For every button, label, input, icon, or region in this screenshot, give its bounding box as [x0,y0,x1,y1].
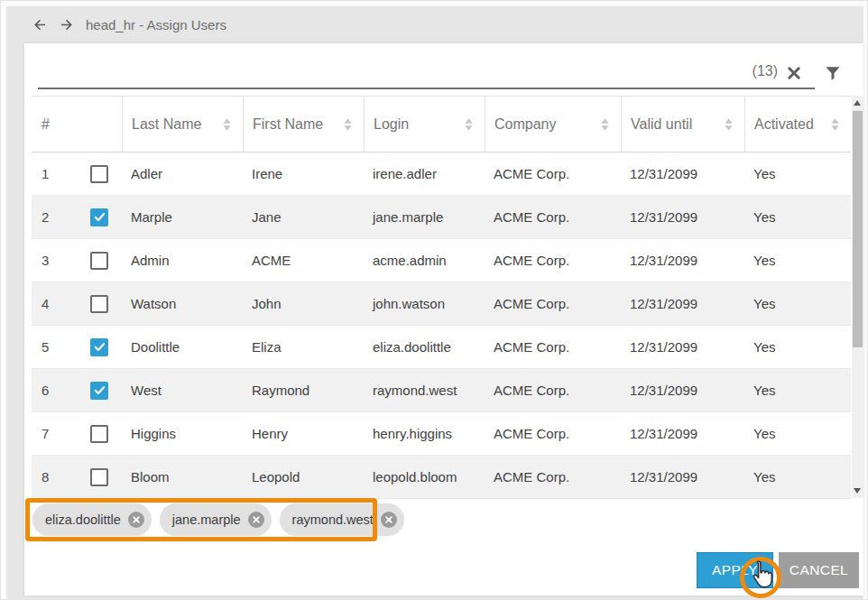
cell-last-name: Adler [122,152,243,195]
column-header-first-name[interactable]: First Name [243,97,364,152]
apply-button[interactable]: APPLY [697,552,773,588]
column-label: Valid until [631,116,692,133]
sort-icon [725,118,733,131]
cell-company: ACME Corp. [485,456,621,498]
cell-activated: Yes [744,456,851,498]
table-header-row: #Last NameFirst NameLoginCompanyValid un… [32,96,851,152]
cell-last-name: Bloom [122,456,243,498]
cell-login: leopold.bloom [364,456,485,498]
cell-row-number: 4 [32,282,122,325]
cell-last-name: Admin [122,239,243,282]
row-checkbox[interactable] [90,165,108,183]
cell-last-name: Higgins [122,412,243,455]
cell-first-name: Eliza [243,326,364,368]
cell-activated: Yes [744,369,851,411]
filter-input[interactable] [38,54,815,89]
cell-row-number: 3 [32,239,122,282]
chip-remove-button[interactable] [248,512,264,528]
column-header-activated[interactable]: Activated [744,97,851,152]
table-row: 6WestRaymondraymond.westACME Corp.12/31/… [32,369,851,412]
cell-company: ACME Corp. [485,282,621,325]
row-number: 7 [42,426,90,441]
cell-row-number: 1 [32,152,122,195]
cell-valid-until: 12/31/2099 [621,369,744,411]
row-checkbox[interactable] [90,468,108,486]
sort-icon [601,118,609,131]
row-checkbox[interactable] [90,252,108,270]
cell-company: ACME Corp. [485,326,621,368]
cell-row-number: 7 [32,412,122,455]
cell-row-number: 6 [32,369,122,411]
cell-row-number: 8 [32,456,122,498]
cell-login: raymond.west [364,369,485,411]
column-label: # [42,116,50,133]
table-row: 7HigginsHenryhenry.higginsACME Corp.12/3… [32,412,851,456]
screen: head_hr - Assign Users (13) #Last NameFi… [0,0,868,600]
row-checkbox[interactable] [90,338,108,356]
row-number: 2 [42,209,90,225]
cell-row-number: 2 [32,196,122,238]
column-header-last-name[interactable]: Last Name [122,97,243,152]
column-header-col: # [32,97,122,152]
cell-login: henry.higgins [364,412,485,455]
column-header-login[interactable]: Login [364,97,485,152]
chip-label: jane.marple [172,512,241,527]
row-number: 8 [42,469,90,485]
row-checkbox[interactable] [90,208,108,226]
selected-user-chip: eliza.doolittle [32,503,152,536]
scroll-down-arrow-icon[interactable] [854,488,861,494]
forward-arrow-icon[interactable] [57,16,75,34]
row-checkbox[interactable] [90,295,108,313]
table-body: 1AdlerIreneirene.adlerACME Corp.12/31/20… [32,152,851,499]
row-number: 3 [42,253,90,268]
chip-x-icon [132,515,141,524]
cell-valid-until: 12/31/2099 [621,152,744,195]
sort-icon [831,118,839,131]
cell-valid-until: 12/31/2099 [621,239,744,282]
assign-users-dialog: (13) #Last NameFirst NameLoginCompanyVal… [24,43,863,595]
sort-icon [465,118,473,131]
scroll-up-arrow-icon[interactable] [854,100,861,106]
vertical-scrollbar[interactable] [852,96,863,498]
cell-activated: Yes [744,239,851,282]
cell-valid-until: 12/31/2099 [621,412,744,455]
table-row: 8BloomLeopoldleopold.bloomACME Corp.12/3… [32,456,851,499]
table-row: 1AdlerIreneirene.adlerACME Corp.12/31/20… [32,152,851,196]
cell-last-name: Marple [122,196,243,238]
column-label: First Name [253,116,323,133]
cell-login: john.watson [364,282,485,325]
cell-activated: Yes [744,196,851,238]
cell-activated: Yes [744,152,851,195]
back-arrow-icon[interactable] [31,16,49,34]
cell-company: ACME Corp. [485,152,621,195]
column-header-valid-until[interactable]: Valid until [621,97,744,152]
cell-company: ACME Corp. [485,369,621,411]
table-row: 5DoolittleElizaeliza.doolittleACME Corp.… [32,326,851,369]
check-icon [93,340,106,354]
chip-remove-button[interactable] [128,512,144,528]
column-label: Activated [754,116,814,133]
row-checkbox[interactable] [90,425,108,443]
chip-label: eliza.doolittle [45,512,121,527]
cell-first-name: Raymond [243,369,364,411]
cell-login: jane.marple [364,196,485,238]
cell-last-name: Doolittle [122,326,243,368]
clear-filter-button[interactable] [783,62,805,84]
sort-icon [223,118,231,131]
cell-valid-until: 12/31/2099 [621,326,744,368]
cancel-button[interactable]: CANCEL [779,552,859,588]
column-header-company[interactable]: Company [485,97,621,152]
row-number: 1 [42,166,90,181]
chip-remove-button[interactable] [381,512,397,528]
row-number: 6 [42,383,90,398]
row-checkbox[interactable] [90,382,108,400]
scrollbar-thumb[interactable] [853,111,863,347]
row-number: 4 [42,296,90,311]
selected-users-chips: eliza.doolittlejane.marpleraymond.west [32,503,404,536]
check-icon [93,383,106,397]
sort-icon [344,118,352,131]
cell-activated: Yes [744,282,851,325]
funnel-icon [824,64,842,82]
filter-funnel-button[interactable] [822,62,844,84]
table-row: 3AdminACMEacme.adminACME Corp.12/31/2099… [32,239,851,282]
